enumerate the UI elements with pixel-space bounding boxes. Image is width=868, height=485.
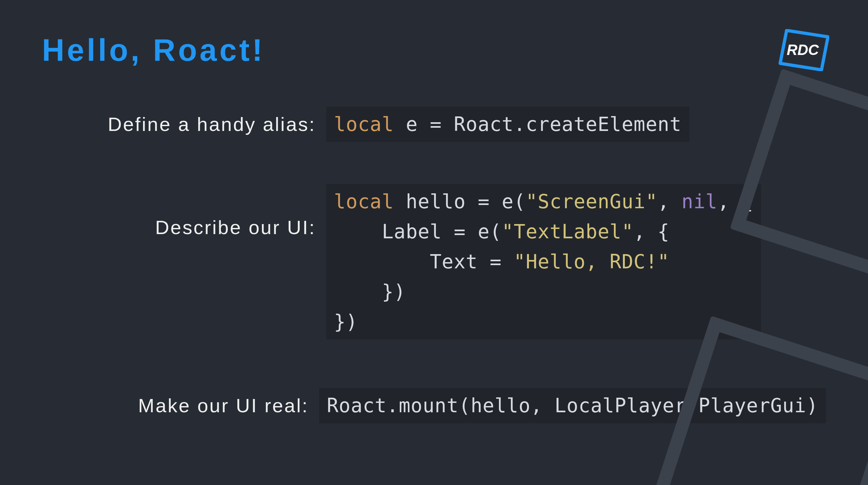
rdc-logo-icon: RDC — [778, 29, 829, 71]
row-alias: Define a handy alias: local e = Roact.cr… — [42, 107, 826, 142]
slide-title: Hello, Roact! — [42, 32, 826, 68]
row-label: Define a handy alias: — [42, 113, 326, 136]
code-block: local e = Roact.createElement — [326, 107, 689, 142]
svg-text:RDC: RDC — [786, 41, 819, 58]
slide: RDC Hello, Roact! Define a handy alias: … — [0, 0, 868, 485]
row-label: Describe our UI: — [42, 184, 326, 238]
row-label: Make our UI real: — [42, 395, 319, 417]
row-describe: Describe our UI: local hello = e("Screen… — [42, 184, 826, 340]
code-block: Roact.mount(hello, LocalPlayer.PlayerGui… — [319, 388, 826, 423]
row-mount: Make our UI real: Roact.mount(hello, Loc… — [42, 388, 826, 423]
code-block: local hello = e("ScreenGui", nil, { Labe… — [326, 184, 761, 340]
